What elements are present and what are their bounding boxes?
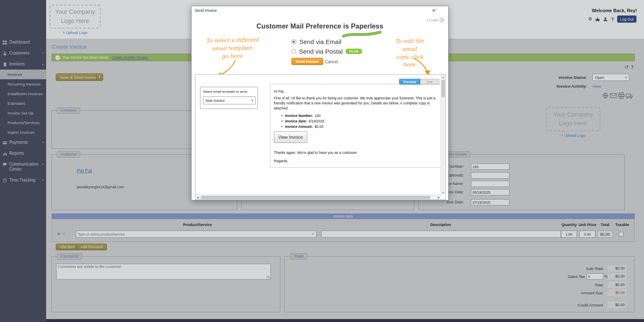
modal-heading: Customer Mail Preference is Paperless [192,23,448,30]
bullet-icon: • [281,114,283,118]
annotation-line: To edit the email [388,37,431,53]
chevron-down-icon: ▾ [625,76,627,79]
invoice-item-table: Product/Service Description Quantity Uni… [52,219,635,242]
sidebar-subitem-invoices[interactable]: Invoices [0,70,46,79]
radio-email[interactable] [291,39,296,44]
template-label: Select email template to send: [203,90,248,93]
totals-fieldset: Totals Sub-Total $0.00 Sales Tax % $0.00… [284,256,634,312]
help-icon[interactable]: ? [631,65,634,70]
gear-icon[interactable]: ⚙ [588,16,592,22]
print-icon[interactable] [618,92,625,99]
add-discount-button[interactable]: Add Discount [77,244,107,250]
email-regards: Regards, [274,159,288,163]
unit-price-input[interactable] [579,231,595,238]
scroll-right-icon[interactable]: ▶ [436,195,441,200]
product-service-input[interactable] [76,231,317,238]
sidebar-item-invoices[interactable]: Invoices ▴ [0,59,46,70]
due-date-input[interactable] [471,199,509,205]
sidebar-subitem-import-invoices[interactable]: Import Invoices [0,127,46,137]
upload-logo-link[interactable]: + Upload Logo [49,31,101,35]
bullet-label: Invoice Number: [285,114,313,118]
upload-logo-link[interactable]: + Upload Logo [546,133,600,138]
plus-badge: PLUS [345,49,362,54]
scrollbar-thumb[interactable] [201,196,431,199]
logo-placeholder-text: Your Company Logo Here [547,110,600,128]
column-quantity: Quantity [561,223,578,227]
company-logo-placeholder[interactable]: Your Company Logo Here [49,5,101,29]
sidebar-item-dashboard[interactable]: Dashboard [0,37,46,48]
delete-row-icon[interactable]: ✕ [57,232,60,236]
due-date-label: Due Date: [420,200,464,204]
invoices-icon [3,62,7,67]
send-via-postal-option[interactable]: Send via Postal PLUS [291,48,362,55]
sidebar-item-payments[interactable]: Payments ▾ [0,137,46,148]
create-another-invoice-link[interactable]: Create another invoice. [112,55,148,60]
taxable-checkbox[interactable] [619,232,623,236]
save-send-invoice-button[interactable]: Save & Send Invoice [56,73,101,81]
header-icons: ⚙ ? [588,16,614,22]
delivery-icon[interactable] [626,92,633,99]
quantity-input[interactable] [561,231,577,238]
email-bullet: • Invoice Number: 100 [281,114,321,118]
green-marker-underline [342,29,382,39]
po-number-input[interactable] [471,172,509,179]
company-legend: Company [57,107,80,114]
sidebar-item-reports[interactable]: Reports [0,148,46,159]
thumbs-up-icon[interactable] [595,17,600,22]
horizontal-scrollbar[interactable]: ◀ ▶ [195,195,441,200]
sidebar-subitem-products-services[interactable]: Products/Services [0,118,46,127]
sidebar-subitem-recurring-invoices[interactable]: Recurring Invoices [0,79,46,89]
description-input[interactable] [321,231,561,238]
welcome-text: Welcome Back, Rey! [592,8,637,13]
email-bullet: • Invoice date: 6/19/2025 [281,119,325,123]
invoice-date-input[interactable] [471,189,509,195]
resize-grip-icon[interactable] [267,276,270,280]
scroll-left-icon[interactable]: ◀ [195,195,200,200]
invoice-logo-placeholder[interactable]: Your Company Logo Here [546,107,600,131]
help-icon[interactable]: ? [611,17,614,22]
add-item-button[interactable]: Add Item [56,244,78,250]
sidebar-subitem-estimates[interactable]: Estimates [0,99,46,108]
logo-placeholder-text: Your Company Logo Here [50,8,100,25]
view-invoice-button[interactable]: View Invoice [274,131,307,143]
scroll-down-icon[interactable]: ▼ [441,190,445,195]
save-send-caret-button[interactable]: ▾ [96,73,103,81]
email-icon[interactable] [610,92,617,99]
reports-icon [3,151,7,156]
column-description: Description [321,223,560,227]
vertical-scrollbar[interactable]: ▲ ▼ [441,75,445,195]
logout-button[interactable]: Log Out [617,16,636,23]
close-button[interactable]: CLOSE [427,18,444,23]
sidebar-item-communication-center[interactable]: Communication Center ▾ [0,159,46,175]
sales-tax-input[interactable] [587,273,603,280]
sidebar: Dashboard Customers ▾ Invoices ▴ Invoice… [0,0,46,322]
invoice-number-input[interactable] [471,164,509,170]
send-via-email-option[interactable]: Send via Email [291,38,341,45]
chevron-down-icon[interactable]: ▾ [312,232,314,236]
user-icon[interactable] [603,17,608,22]
scrollbar-thumb[interactable] [441,80,445,97]
history-icon[interactable]: ↺ [624,64,628,70]
invoice-name-input[interactable] [471,181,509,187]
time-tracking-icon [3,178,7,183]
scroll-up-icon[interactable]: ▲ [441,75,445,79]
customer-name-link[interactable]: Pat Pat [77,168,92,173]
template-select[interactable]: New Invoice ▾ [203,96,256,104]
cancel-button[interactable]: Cancel [325,60,338,64]
radio-postal[interactable] [291,49,296,54]
sidebar-subitem-invoice-set-up[interactable]: Invoice Set Up [0,108,46,118]
comments-legend: Comments [57,253,82,260]
comments-textarea[interactable] [56,264,271,280]
email-bullet: • Invoice Amount: $0.00 [281,125,324,129]
sidebar-item-customers[interactable]: Customers ▾ [0,48,46,59]
invoice-activity-view-link[interactable]: View [592,84,601,88]
globe-icon[interactable] [602,92,609,99]
bullet-icon: • [281,125,283,129]
email-body: First of all, I'd like to thank you for … [274,96,439,111]
send-invoice-button[interactable]: Send Invoice [291,58,323,65]
sidebar-subitem-installment-invoices[interactable]: Installment Invoices [0,89,46,99]
sidebar-item-time-tracking[interactable]: Time Tracking ▾ [0,175,46,186]
drag-handle-icon[interactable]: ≡ [63,232,65,236]
speaker-icon[interactable] [432,8,437,13]
invoice-status-select[interactable]: Open ▾ [592,74,629,81]
